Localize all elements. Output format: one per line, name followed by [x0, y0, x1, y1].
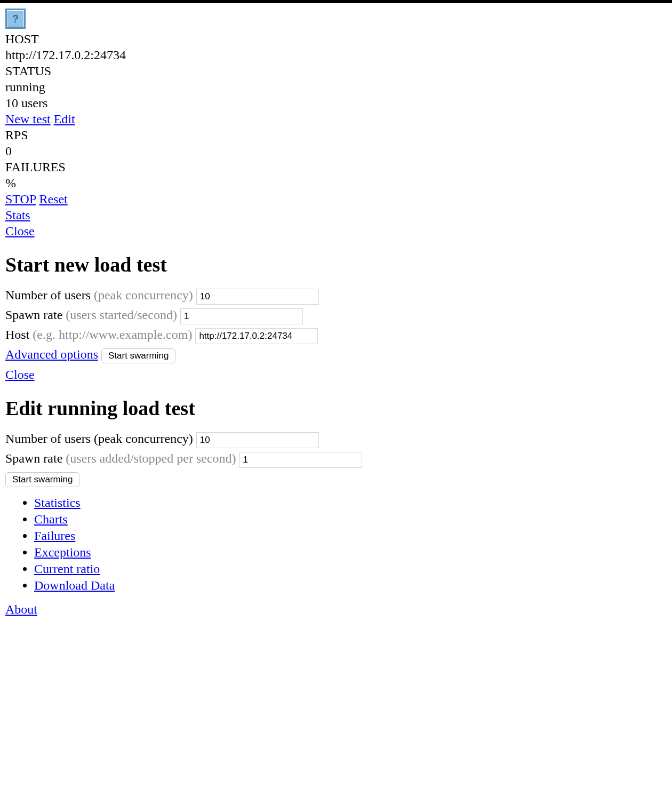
edit-spawn-label: Spawn rate: [5, 451, 66, 465]
new-users-hint: (peak concurrency): [94, 288, 193, 302]
new-users-label: Number of users: [5, 288, 94, 302]
tab-exceptions[interactable]: Exceptions: [34, 545, 91, 559]
tab-charts[interactable]: Charts: [34, 512, 68, 526]
page-content: ? HOST http://172.17.0.2:24734 STATUS ru…: [0, 3, 672, 638]
edit-link[interactable]: Edit: [54, 112, 75, 126]
question-mark-icon: ?: [7, 11, 23, 27]
tab-download-data[interactable]: Download Data: [34, 578, 115, 592]
edit-spawn-hint: (users added/stopped per second): [66, 451, 236, 465]
new-host-input[interactable]: [195, 328, 318, 344]
close-link-new[interactable]: Close: [5, 368, 35, 381]
edit-users-input[interactable]: [196, 432, 319, 448]
list-item: Statistics: [34, 496, 667, 510]
new-host-label: Host: [5, 328, 33, 341]
status-value: running: [5, 79, 667, 95]
failures-label: FAILURES: [5, 159, 667, 175]
new-spawn-label: Spawn rate: [5, 308, 66, 322]
tabs-list: Statistics Charts Failures Exceptions Cu…: [5, 496, 667, 593]
start-swarming-button[interactable]: Start swarming: [101, 348, 175, 363]
advanced-options-link[interactable]: Advanced options: [5, 347, 98, 361]
new-test-heading: Start new load test: [5, 253, 667, 276]
edit-start-swarming-button[interactable]: Start swarming: [5, 472, 79, 487]
rps-label: RPS: [5, 127, 667, 143]
list-item: Current ratio: [34, 562, 667, 576]
new-spawn-hint: (users started/second): [66, 308, 177, 322]
new-users-input[interactable]: [196, 289, 319, 305]
about-link[interactable]: About: [5, 602, 37, 616]
edit-test-heading: Edit running load test: [5, 396, 667, 420]
host-value: http://172.17.0.2:24734: [5, 47, 667, 63]
edit-spawn-input[interactable]: [239, 452, 362, 468]
users-value: 10 users: [5, 95, 667, 111]
failures-value: %: [5, 175, 667, 191]
edit-users-label: Number of users (peak concurrency): [5, 432, 193, 446]
rps-value: 0: [5, 143, 667, 159]
close-link-top[interactable]: Close: [5, 224, 35, 238]
reset-link[interactable]: Reset: [39, 192, 67, 206]
list-item: Failures: [34, 529, 667, 543]
list-item: Exceptions: [34, 545, 667, 560]
stop-link[interactable]: STOP: [5, 192, 36, 206]
stats-link[interactable]: Stats: [5, 208, 30, 222]
tab-statistics[interactable]: Statistics: [34, 496, 81, 510]
new-spawn-input[interactable]: [180, 308, 303, 324]
list-item: Download Data: [34, 578, 667, 593]
new-host-hint: (e.g. http://www.example.com): [33, 328, 192, 341]
placeholder-image-icon: ?: [5, 9, 26, 29]
status-label: STATUS: [5, 63, 667, 79]
tab-current-ratio[interactable]: Current ratio: [34, 562, 100, 576]
new-test-link[interactable]: New test: [5, 112, 51, 126]
tab-failures[interactable]: Failures: [34, 529, 75, 543]
list-item: Charts: [34, 512, 667, 527]
host-label: HOST: [5, 31, 667, 47]
